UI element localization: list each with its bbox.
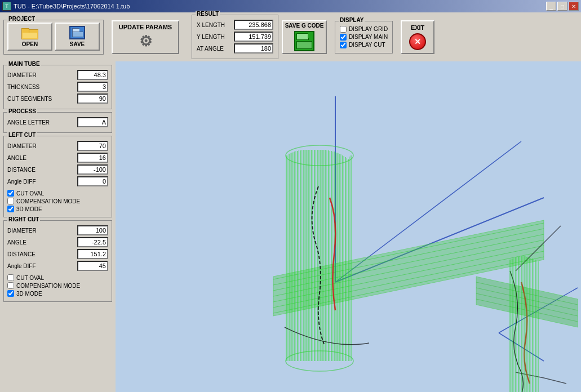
right-cut-compensation-label: COMPENSATION MODE (16, 283, 80, 289)
update-params-button[interactable]: UPDATE PARAMS ⚙ (112, 20, 179, 54)
open-label: OPEN (22, 41, 38, 47)
right-cut-oval-checkbox[interactable] (7, 274, 14, 281)
left-cut-group: LEFT CUT DIAMETER ANGLE DISTANCE Angle D… (3, 136, 112, 217)
right-cut-angle-diff-label: Angle DIFF (7, 263, 36, 269)
display-main-label: DISPLAY MAIN (349, 34, 388, 40)
right-cut-angle-input[interactable] (77, 237, 108, 247)
save-gcode-label: SAVE G CODE (285, 23, 324, 29)
left-cut-angle-label: ANGLE (7, 155, 26, 161)
exit-icon: ✕ (409, 33, 426, 50)
result-group: RESULT X LENGTH Y LENGTH AT ANGLE (192, 15, 278, 59)
display-cut-checkbox[interactable] (340, 42, 347, 48)
right-cut-compensation-checkbox[interactable] (7, 282, 14, 289)
header-toolbar: PROJECT OPEN SAVE UPDATE PARAMS ⚙ RESULT (0, 12, 581, 61)
right-cut-group-label: RIGHT CUT (7, 216, 40, 222)
folder-icon (21, 26, 38, 39)
save-gcode-button[interactable]: SAVE G CODE (282, 20, 327, 54)
right-cut-diameter-input[interactable] (77, 225, 108, 235)
visualization-area (116, 61, 581, 392)
right-cut-3d-checkbox[interactable] (7, 290, 14, 297)
gear-icon: ⚙ (139, 33, 152, 50)
display-group-label: DISPLAY (339, 17, 365, 23)
project-group: PROJECT OPEN SAVE (3, 20, 104, 55)
window-close-button[interactable]: ✕ (569, 2, 579, 11)
window-title: TUB - E:\Tube3D\Projects\17062014 1.tub (14, 3, 130, 10)
left-cut-angle-diff-label: Angle DIFF (7, 179, 36, 185)
title-bar: T TUB - E:\Tube3D\Projects\17062014 1.tu… (0, 0, 581, 12)
left-cut-3d-checkbox[interactable] (7, 206, 14, 212)
display-grid-checkbox[interactable] (340, 26, 347, 33)
left-cut-angle-input[interactable] (77, 153, 108, 163)
display-grid-label: DISPLAY GRID (349, 26, 388, 32)
x-length-input[interactable] (234, 20, 273, 30)
at-angle-input[interactable] (234, 43, 273, 54)
right-cut-distance-input[interactable] (77, 249, 108, 259)
right-cut-angle-label: ANGLE (7, 239, 26, 246)
angle-letter-label: ANGLE LETTER (7, 119, 50, 126)
display-main-checkbox[interactable] (340, 34, 347, 41)
cut-segments-input[interactable] (77, 93, 108, 104)
left-cut-distance-input[interactable] (77, 164, 108, 175)
left-cut-oval-checkbox[interactable] (7, 190, 14, 197)
left-cut-oval-label: CUT OVAL (16, 190, 44, 197)
left-cut-distance-label: DISTANCE (7, 167, 36, 173)
y-length-input[interactable] (234, 32, 273, 42)
right-cut-oval-label: CUT OVAL (16, 275, 44, 281)
save-button[interactable]: SAVE (55, 23, 100, 51)
left-cut-compensation-checkbox[interactable] (7, 198, 14, 204)
diameter-label: DIAMETER (7, 72, 37, 78)
right-cut-3d-label: 3D MODE (16, 291, 42, 297)
right-cut-group: RIGHT CUT DIAMETER ANGLE DISTANCE Angle … (3, 220, 112, 302)
main-content: MAIN TUBE DIAMETER THICKNESS CUT SEGMENT… (0, 61, 581, 392)
update-params-label: UPDATE PARAMS (119, 24, 172, 30)
at-angle-label: AT ANGLE (197, 46, 230, 52)
left-cut-diameter-label: DIAMETER (7, 143, 37, 149)
left-cut-3d-label: 3D MODE (16, 206, 42, 212)
main-tube-group: MAIN TUBE DIAMETER THICKNESS CUT SEGMENT… (3, 65, 112, 109)
3d-visualization (116, 61, 581, 392)
y-length-label: Y LENGTH (197, 34, 230, 40)
angle-letter-input[interactable] (77, 117, 108, 127)
left-cut-compensation-label: COMPENSATION MODE (16, 198, 80, 204)
right-cut-distance-label: DISTANCE (7, 251, 36, 257)
maximize-button[interactable]: □ (557, 2, 567, 11)
display-group: DISPLAY DISPLAY GRID DISPLAY MAIN DISPLA… (335, 21, 393, 54)
x-length-label: X LENGTH (197, 22, 230, 28)
right-cut-angle-diff-input[interactable] (77, 261, 108, 271)
diameter-input[interactable] (77, 70, 108, 80)
app-icon: T (2, 2, 11, 11)
left-cut-diameter-input[interactable] (77, 141, 108, 151)
minimize-button[interactable]: _ (546, 2, 556, 11)
process-group: PROCESS ANGLE LETTER (3, 112, 112, 133)
save-gcode-icon (294, 31, 314, 51)
open-button[interactable]: OPEN (7, 23, 52, 51)
process-group-label: PROCESS (7, 108, 37, 114)
right-cut-diameter-label: DIAMETER (7, 228, 37, 234)
left-panel: MAIN TUBE DIAMETER THICKNESS CUT SEGMENT… (0, 61, 116, 392)
display-cut-label: DISPLAY CUT (349, 42, 385, 48)
exit-label: EXIT (411, 24, 424, 31)
exit-button[interactable]: EXIT ✕ (401, 20, 434, 54)
save-icon (69, 26, 85, 39)
thickness-input[interactable] (77, 82, 108, 92)
left-cut-group-label: LEFT CUT (7, 132, 37, 138)
project-group-label: PROJECT (7, 16, 36, 22)
thickness-label: THICKNESS (7, 84, 39, 90)
main-tube-group-label: MAIN TUBE (7, 61, 41, 67)
cut-segments-label: CUT SEGMENTS (7, 96, 52, 102)
left-cut-angle-diff-input[interactable] (77, 176, 108, 186)
save-label: SAVE (70, 41, 85, 47)
result-group-label: RESULT (196, 11, 220, 17)
